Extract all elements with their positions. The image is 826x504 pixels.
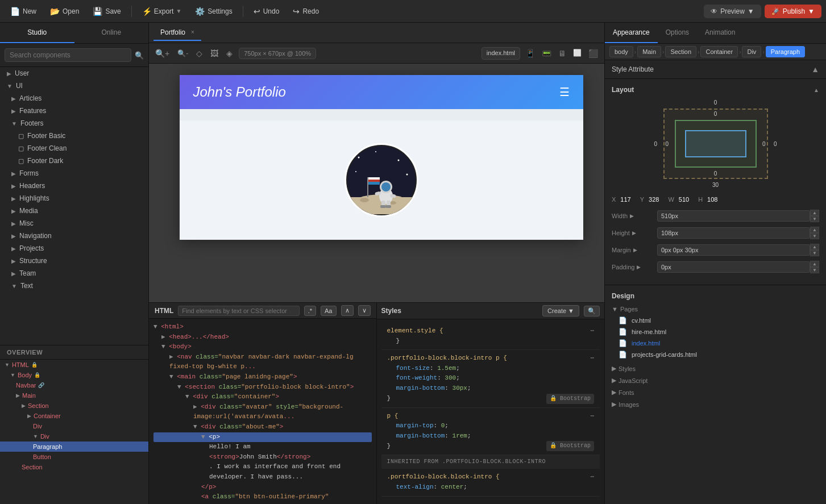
settings-button[interactable]: ⚙️ Settings <box>189 5 238 18</box>
html-arrow-10[interactable]: ▼ <box>201 434 205 440</box>
layout-collapse-arrow[interactable]: ▲ <box>813 87 819 93</box>
padding-increment-button[interactable]: ▲ <box>810 261 819 267</box>
save-button[interactable]: 💾 Save <box>87 5 126 18</box>
dom-section-2[interactable]: Section <box>0 462 148 472</box>
open-button[interactable]: 📂 Open <box>44 5 85 18</box>
tree-item-footer-dark[interactable]: ▢ Footer Dark <box>0 155 148 167</box>
tab-online[interactable]: Online <box>74 23 149 43</box>
height-increment-button[interactable]: ▲ <box>810 227 819 233</box>
tab-options[interactable]: Options <box>658 23 697 43</box>
height-input[interactable] <box>657 227 810 239</box>
tree-item-headers[interactable]: ▶ Headers <box>0 180 148 192</box>
style-more-1[interactable]: ⋯ <box>590 326 594 336</box>
redo-button[interactable]: ↪ Redo <box>287 5 325 18</box>
breadcrumb-main[interactable]: Main <box>637 46 661 57</box>
desktop-sm-view-tool[interactable]: 🖥 <box>557 47 568 60</box>
js-group-label[interactable]: ▶ JavaScript <box>612 377 819 384</box>
dom-div-2[interactable]: ▼ Div <box>0 431 148 441</box>
html-arrow-2[interactable]: ▶ <box>161 334 165 340</box>
dom-section[interactable]: ▶ Section <box>0 401 148 411</box>
tree-item-forms[interactable]: ▶ Forms <box>0 167 148 180</box>
breadcrumb-section[interactable]: Section <box>665 46 696 57</box>
style-more-2[interactable]: ⋯ <box>590 353 594 364</box>
height-decrement-button[interactable]: ▼ <box>810 233 819 239</box>
style-more-4[interactable]: ⋯ <box>590 472 594 482</box>
tree-item-features[interactable]: ▶ Features <box>0 105 148 117</box>
html-arrow-3[interactable]: ▼ <box>161 343 165 350</box>
export-button[interactable]: ⚡ Export ▼ <box>136 5 188 18</box>
search-style-button[interactable]: 🔍 <box>584 306 600 316</box>
style-more-3[interactable]: ⋯ <box>590 411 594 422</box>
desktop-lg-view-tool[interactable]: ⬛ <box>587 47 600 60</box>
tree-item-projects[interactable]: ▶ Projects <box>0 242 148 255</box>
width-input[interactable] <box>657 210 810 222</box>
select-tool[interactable]: ◇ <box>194 47 204 60</box>
html-arrow-1[interactable]: ▼ <box>153 323 157 330</box>
html-search-input[interactable] <box>178 306 299 316</box>
margin-increment-button[interactable]: ▲ <box>810 244 819 250</box>
html-arrow-9[interactable]: ▼ <box>193 423 197 430</box>
margin-expand-arrow[interactable]: ▶ <box>633 247 637 253</box>
file-cv[interactable]: 📄 cv.html <box>619 315 819 326</box>
html-editor-content[interactable]: ▼ <html> ▶ <head>...</head> ▼ <body> ▶ <… <box>149 319 376 504</box>
css-selector-button[interactable]: .* <box>304 306 316 316</box>
html-arrow-4[interactable]: ▶ <box>169 353 173 360</box>
tab-animation[interactable]: Animation <box>697 23 743 43</box>
canvas-size-display[interactable]: 750px × 670px @ 100% <box>239 48 316 59</box>
breadcrumb-container[interactable]: Container <box>700 46 738 57</box>
breadcrumb-paragraph[interactable]: Paragraph <box>766 46 805 57</box>
padding-decrement-button[interactable]: ▼ <box>810 267 819 273</box>
search-input[interactable] <box>5 48 131 62</box>
case-sensitive-button[interactable]: Aa <box>321 306 336 316</box>
tree-item-footers[interactable]: ▼ Footers <box>0 117 148 130</box>
image-tool[interactable]: 🖼 <box>209 47 220 60</box>
dom-container[interactable]: ▶ Container <box>0 411 148 421</box>
margin-decrement-button[interactable]: ▼ <box>810 250 819 256</box>
zoom-out-tool[interactable]: 🔍- <box>176 48 190 59</box>
dom-button[interactable]: Button <box>0 452 148 462</box>
dom-body[interactable]: ▼ Body 🔒 <box>0 370 148 380</box>
tab-close-button[interactable]: × <box>191 29 194 35</box>
file-projects[interactable]: 📄 projects-grid-cards.html <box>619 349 819 360</box>
dom-main[interactable]: ▶ Main <box>0 390 148 401</box>
tab-portfolio[interactable]: Portfolio × <box>153 25 201 41</box>
dom-navbar[interactable]: Navbar 🔗 <box>0 380 148 390</box>
file-selector[interactable]: index.html <box>482 47 520 60</box>
styles-group-label[interactable]: ▶ Styles <box>612 365 819 372</box>
tree-item-text[interactable]: ▼ Text <box>0 280 148 292</box>
undo-button[interactable]: ↩ Undo <box>248 5 285 18</box>
tree-item-team[interactable]: ▶ Team <box>0 267 148 280</box>
tab-appearance[interactable]: Appearance <box>605 23 658 43</box>
new-button[interactable]: 📄 New <box>5 5 42 18</box>
tab-studio[interactable]: Studio <box>0 23 74 43</box>
width-decrement-button[interactable]: ▼ <box>810 216 819 222</box>
mobile-view-tool[interactable]: 📱 <box>524 47 537 60</box>
tree-item-footer-clean[interactable]: ▢ Footer Clean <box>0 142 148 155</box>
create-style-button[interactable]: Create ▼ <box>542 305 579 316</box>
layer-tool[interactable]: ◈ <box>225 47 234 60</box>
prev-match-button[interactable]: ∧ <box>341 305 354 316</box>
tablet-view-tool[interactable]: 📟 <box>540 47 553 60</box>
dom-html[interactable]: ▼ HTML 🔒 <box>0 360 148 370</box>
publish-button[interactable]: 🚀 Publish ▼ <box>765 5 821 18</box>
tree-item-highlights[interactable]: ▶ Highlights <box>0 192 148 205</box>
breadcrumb-body[interactable]: body <box>609 46 633 57</box>
hamburger-menu[interactable]: ☰ <box>559 85 570 99</box>
tree-item-ui[interactable]: ▼ UI <box>0 80 148 92</box>
tree-item-user[interactable]: ▶ User <box>0 67 148 80</box>
tree-item-structure[interactable]: ▶ Structure <box>0 255 148 267</box>
html-arrow-5[interactable]: ▼ <box>169 373 173 380</box>
tree-item-media[interactable]: ▶ Media <box>0 205 148 217</box>
file-index[interactable]: 📄 index.html <box>619 338 819 349</box>
next-match-button[interactable]: ∨ <box>358 305 371 316</box>
desktop-md-view-tool[interactable]: ⬜ <box>571 47 583 60</box>
height-expand-arrow[interactable]: ▶ <box>632 230 636 236</box>
images-group-label[interactable]: ▶ Images <box>612 401 819 408</box>
tree-item-navigation[interactable]: ▶ Navigation <box>0 230 148 242</box>
breadcrumb-div[interactable]: Div <box>742 46 761 57</box>
tree-item-misc[interactable]: ▶ Misc <box>0 217 148 230</box>
html-arrow-8[interactable]: ▶ <box>193 403 197 410</box>
dom-div-1[interactable]: Div <box>0 421 148 431</box>
fonts-group-label[interactable]: ▶ Fonts <box>612 389 819 396</box>
pages-group-label[interactable]: ▼ Pages <box>612 306 819 313</box>
